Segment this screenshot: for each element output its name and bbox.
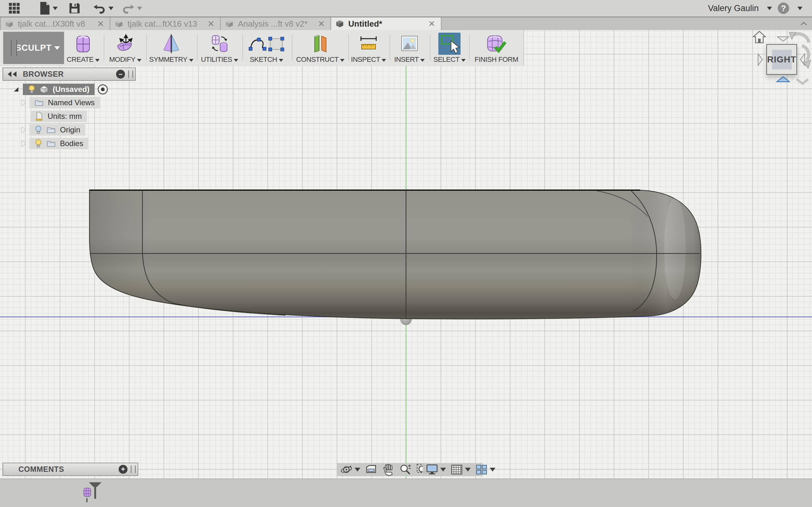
browser-item-label: Bodies (60, 139, 83, 148)
toolbar-item-symmetry[interactable]: SYMMETRY (149, 32, 194, 64)
toolbar-item-finish-form[interactable]: FINISH FORM (471, 32, 521, 64)
toolbar-separator (146, 35, 147, 60)
workspace-caret-icon (54, 46, 60, 50)
toolbar-item-construct[interactable]: CONSTRUCT (295, 32, 346, 64)
toolbar-separator (104, 35, 104, 60)
toolbar-item-label: UTILITIES (201, 55, 232, 63)
help-caret-icon[interactable] (798, 7, 803, 10)
viewports-tool[interactable] (475, 463, 496, 476)
activate-component-radio[interactable] (98, 84, 108, 95)
component-cube-icon (40, 85, 48, 94)
plus-glyph: + (121, 466, 125, 473)
redo-button[interactable] (122, 3, 142, 14)
grid-settings-caret-icon[interactable] (465, 468, 471, 471)
workspace-selector[interactable]: SCULPT (3, 32, 64, 64)
timeline-bar (0, 478, 812, 507)
document-tab[interactable]: Analysis ...ft v8 v2* ✕ (221, 17, 331, 30)
folder-icon (47, 126, 55, 133)
document-tab[interactable]: tjalk cat...ftX16 v13 ✕ (110, 17, 221, 30)
browser-root-item[interactable]: (Unsaved) (13, 83, 108, 95)
tab-label: Analysis ...ft v8 v2* (238, 19, 316, 29)
comments-panel-header[interactable]: COMMENTS + (3, 463, 138, 476)
browser-item-units[interactable]: Units: mm (31, 111, 87, 122)
add-comment-button[interactable]: + (119, 465, 128, 474)
tab-close-icon[interactable]: ✕ (96, 19, 105, 29)
viewcube[interactable]: RIGHT (766, 44, 797, 75)
orbit-icon (340, 463, 353, 476)
toolbar-item-insert[interactable]: INSERT (391, 32, 428, 64)
orbit-caret-icon[interactable] (355, 468, 360, 471)
timeline-playhead[interactable] (88, 482, 102, 500)
viewcube-home-button[interactable] (752, 31, 766, 44)
dropdown-caret-icon (420, 59, 425, 62)
viewcube-roll-down-arrow[interactable] (798, 44, 812, 72)
units-document-icon (36, 112, 43, 121)
browser-panel-header[interactable]: BROWSER – (3, 67, 136, 81)
browser-item-bodies[interactable]: Bodies (21, 138, 88, 149)
viewport-3d[interactable] (0, 30, 812, 478)
tab-close-icon[interactable]: ✕ (427, 19, 437, 29)
tab-label: tjalk cat...tX30ft v8 (18, 19, 96, 29)
user-menu-caret-icon[interactable] (767, 7, 772, 10)
toolbar-item-select[interactable]: SELECT (431, 32, 468, 64)
dropdown-caret-icon (382, 59, 386, 62)
toolbar-item-label: CREATE (67, 55, 94, 63)
tab-overflow-caret-icon[interactable] (800, 21, 808, 26)
user-menu-label[interactable]: Valery Gaulin (708, 3, 759, 13)
tab-close-icon[interactable]: ✕ (316, 19, 326, 29)
toolbar-item-utilities[interactable]: UTILITIES (198, 32, 241, 64)
visibility-bulb-icon[interactable] (35, 139, 42, 148)
look-at-tool[interactable] (365, 463, 377, 476)
pan-tool[interactable] (382, 463, 395, 476)
toolbar-grip-icon (11, 40, 17, 56)
toolbar-item-inspect[interactable]: INSPECT (349, 32, 388, 64)
dropdown-caret-icon (340, 59, 345, 62)
insert-image-icon (391, 32, 428, 55)
file-menu-button[interactable] (39, 2, 58, 15)
help-button[interactable]: ? (778, 3, 789, 14)
expand-closed-icon[interactable] (21, 127, 26, 133)
display-settings-caret-icon[interactable] (440, 468, 446, 471)
modify-surface-icon (106, 32, 145, 55)
visibility-bulb-icon[interactable] (28, 85, 36, 94)
browser-item-named-views[interactable]: Named Views (21, 97, 100, 108)
grid-settings-tool[interactable] (450, 463, 471, 476)
folder-icon (35, 99, 44, 106)
app-grid-icon[interactable] (8, 2, 20, 14)
sculpt-toolbar: SCULPT CREATE MODIFY SYMMETRY UTILITIES … (0, 30, 524, 66)
display-monitor-icon (426, 463, 438, 476)
symmetry-icon (149, 32, 194, 55)
display-settings-tool[interactable] (426, 463, 446, 476)
tab-close-icon[interactable]: ✕ (206, 19, 216, 29)
expand-closed-icon[interactable] (21, 140, 26, 147)
browser-minimize-button[interactable]: – (116, 70, 125, 78)
browser-item-origin[interactable]: Origin (21, 124, 85, 135)
viewcube-corner-arrow[interactable] (796, 78, 809, 86)
sketch-spline-icon (244, 32, 289, 55)
viewports-caret-icon[interactable] (490, 468, 496, 471)
comments-panel-title: COMMENTS (18, 465, 64, 474)
toolbar-item-sketch[interactable]: SKETCH (244, 32, 289, 64)
zoom-tool[interactable] (399, 463, 412, 476)
undo-button[interactable] (93, 3, 113, 14)
save-button[interactable] (68, 2, 81, 14)
browser-drag-handle-icon[interactable] (128, 70, 133, 78)
document-tab-active[interactable]: Untitled* ✕ (331, 17, 442, 30)
expand-closed-icon[interactable] (21, 100, 26, 106)
document-cube-icon (115, 20, 123, 28)
visibility-bulb-off-icon[interactable] (35, 125, 42, 134)
viewcube-face[interactable]: RIGHT (772, 50, 792, 69)
document-tab[interactable]: tjalk cat...tX30ft v8 ✕ (0, 17, 110, 30)
toolbar-item-create[interactable]: CREATE (64, 32, 102, 64)
expand-open-icon[interactable] (13, 86, 20, 93)
comments-drag-handle-icon[interactable] (131, 465, 136, 473)
viewcube-rotate-right-arrow[interactable] (757, 53, 763, 66)
viewcube-rotate-up-arrow-highlighted[interactable] (776, 76, 790, 82)
toolbar-item-modify[interactable]: MODIFY (106, 32, 145, 64)
orbit-tool[interactable] (340, 463, 360, 476)
browser-collapse-icon[interactable] (7, 71, 18, 78)
utilities-convert-icon (198, 32, 241, 55)
viewcube-roll-ccw-arrow[interactable] (786, 29, 811, 46)
top-app-bar: Valery Gaulin ? (0, 0, 812, 17)
viewcube-face-label: RIGHT (767, 55, 796, 65)
